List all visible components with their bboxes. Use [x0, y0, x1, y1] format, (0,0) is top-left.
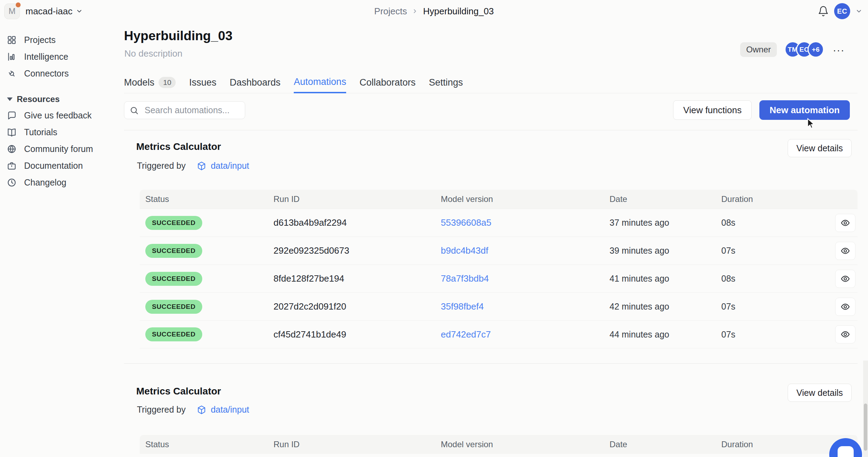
- user-avatar[interactable]: EC: [834, 3, 850, 19]
- sidebar-item-label: Give us feedback: [24, 110, 92, 121]
- collaborator-avatars: TM EC +6: [785, 41, 824, 58]
- status-badge: SUCCEEDED: [145, 272, 202, 286]
- column-header-model-version: Model version: [435, 440, 604, 449]
- project-members: Owner TM EC +6 ...: [740, 41, 846, 58]
- run-date: 39 minutes ago: [604, 246, 716, 256]
- globe-icon: [7, 144, 16, 154]
- view-run-button[interactable]: [835, 214, 855, 232]
- topbar-actions: EC: [818, 0, 862, 22]
- book-icon: [7, 128, 16, 137]
- sidebar-item-label: Projects: [24, 35, 56, 45]
- column-header-run-id: Run ID: [268, 194, 435, 204]
- eye-icon: [840, 274, 850, 284]
- column-header-date: Date: [604, 440, 716, 449]
- sidebar-item-connectors[interactable]: Connectors: [7, 65, 115, 82]
- sidebar-item-changelog[interactable]: Changelog: [7, 174, 115, 191]
- search-input[interactable]: [124, 101, 245, 119]
- project-more-menu-button[interactable]: ...: [832, 42, 846, 57]
- caret-down-icon: [7, 97, 13, 101]
- clock-icon: [7, 178, 16, 187]
- sidebar-item-tutorials[interactable]: Tutorials: [7, 124, 115, 140]
- tab-dashboards[interactable]: Dashboards: [229, 72, 280, 93]
- workspace-initial: M: [9, 6, 16, 16]
- sidebar-item-projects[interactable]: Projects: [7, 31, 115, 48]
- eye-icon: [840, 302, 850, 312]
- eye-icon: [840, 218, 850, 228]
- user-menu-button[interactable]: [855, 8, 862, 15]
- chat-bubble-icon: [7, 111, 16, 120]
- run-date: 42 minutes ago: [604, 302, 716, 312]
- model-version-link[interactable]: ed742ed7c7: [441, 329, 491, 340]
- model-version-link[interactable]: 78a7f3bdb4: [441, 273, 489, 284]
- triggered-by-row: Triggered by data/input: [137, 161, 249, 171]
- sidebar-section-label: Resources: [17, 94, 60, 104]
- workspace-logo[interactable]: M: [4, 3, 20, 19]
- column-header-status: Status: [140, 440, 268, 449]
- sidebar-item-label: Documentation: [24, 161, 83, 171]
- grid-icon: [7, 35, 16, 45]
- cube-icon: [197, 405, 206, 415]
- tab-automations[interactable]: Automations: [294, 72, 346, 93]
- notifications-button[interactable]: [818, 6, 829, 17]
- tab-settings[interactable]: Settings: [429, 72, 463, 93]
- breadcrumb-separator-icon: [412, 8, 418, 14]
- sidebar-item-intelligence[interactable]: Intelligence: [7, 48, 115, 65]
- breadcrumb-projects-link[interactable]: Projects: [374, 6, 407, 17]
- sidebar-item-community-forum[interactable]: Community forum: [7, 140, 115, 157]
- tab-models[interactable]: Models 10: [124, 72, 176, 93]
- runs-table-header: Status Run ID Model version Date Duratio…: [140, 190, 858, 209]
- sidebar: Projects Intelligence Connectors Resourc…: [0, 22, 115, 457]
- run-date: 41 minutes ago: [604, 274, 716, 284]
- collaborator-avatar-overflow[interactable]: +6: [808, 41, 824, 58]
- search-icon: [130, 106, 139, 115]
- column-header-run-id: Run ID: [268, 440, 435, 449]
- triggered-by-label: Triggered by: [137, 405, 185, 415]
- notification-dot: [16, 2, 21, 7]
- view-functions-button[interactable]: View functions: [673, 100, 752, 120]
- scrollbar-thumb[interactable]: [864, 404, 867, 451]
- run-row: SUCCEEDED cf45d2741b1de49 ed742ed7c7 44 …: [140, 320, 858, 348]
- column-header-status: Status: [140, 194, 268, 204]
- view-run-button[interactable]: [835, 325, 855, 343]
- triggered-by-row: Triggered by data/input: [137, 405, 249, 415]
- workspace-area: M macad-iaac: [4, 0, 83, 22]
- model-version-link[interactable]: 55396608a5: [441, 217, 491, 228]
- search-automations: [124, 101, 245, 119]
- run-row: SUCCEEDED 292e092325d0673 b9dc4b43df 39 …: [140, 237, 858, 264]
- view-details-button[interactable]: View details: [788, 139, 852, 157]
- view-run-button[interactable]: [835, 270, 855, 288]
- tab-collaborators[interactable]: Collaborators: [359, 72, 416, 93]
- run-duration: 08s: [716, 274, 822, 284]
- tab-issues[interactable]: Issues: [189, 72, 216, 93]
- eye-icon: [840, 246, 850, 256]
- run-duration: 08s: [716, 218, 822, 228]
- model-version-link[interactable]: 35f98fbef4: [441, 301, 484, 312]
- triggered-by-label: Triggered by: [137, 161, 185, 171]
- run-date: 44 minutes ago: [604, 329, 716, 340]
- view-run-button[interactable]: [835, 298, 855, 316]
- run-id: 8fde128f27be194: [268, 273, 435, 284]
- sidebar-section-resources[interactable]: Resources: [7, 92, 115, 107]
- trigger-model-link[interactable]: data/input: [197, 161, 249, 171]
- workspace-switcher[interactable]: macad-iaac: [25, 6, 83, 17]
- page-title: Hyperbuilding_03: [124, 29, 232, 43]
- eye-icon: [840, 329, 850, 339]
- run-duration: 07s: [716, 329, 822, 340]
- page-description: No description: [124, 48, 182, 59]
- chevron-down-icon: [76, 8, 83, 15]
- run-id: d613ba4b9af2294: [268, 217, 435, 228]
- automation-name: Metrics Calculator: [136, 141, 221, 152]
- new-automation-button[interactable]: New automation: [759, 100, 850, 120]
- breadcrumb: Projects Hyperbuilding_03: [374, 0, 494, 22]
- sidebar-item-feedback[interactable]: Give us feedback: [7, 107, 115, 124]
- runs-table: Status Run ID Model version Date Duratio…: [140, 190, 858, 348]
- column-header-model-version: Model version: [435, 194, 604, 204]
- view-details-button[interactable]: View details: [788, 384, 852, 402]
- trigger-model-link[interactable]: data/input: [197, 405, 249, 415]
- run-id: cf45d2741b1de49: [268, 329, 435, 340]
- bell-icon: [818, 6, 829, 17]
- column-header-date: Date: [604, 194, 716, 204]
- sidebar-item-documentation[interactable]: Documentation: [7, 157, 115, 174]
- model-version-link[interactable]: b9dc4b43df: [441, 245, 488, 256]
- view-run-button[interactable]: [835, 242, 855, 260]
